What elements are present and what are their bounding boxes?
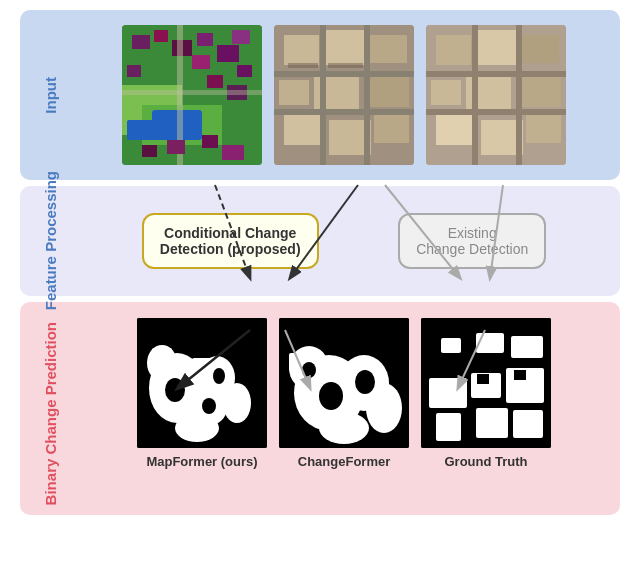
- svg-rect-85: [514, 370, 526, 380]
- mapformer-image: [137, 318, 267, 448]
- svg-rect-75: [429, 378, 467, 408]
- svg-rect-19: [167, 140, 185, 154]
- input-row: Input: [20, 10, 620, 180]
- svg-rect-59: [152, 348, 172, 363]
- svg-point-63: [213, 368, 225, 384]
- existing-line1: Existing: [416, 225, 528, 241]
- svg-point-62: [202, 398, 216, 414]
- svg-rect-12: [207, 75, 223, 88]
- conditional-line2: Detection (proposed): [160, 241, 301, 257]
- binary-content: MapFormer (ours): [82, 312, 606, 469]
- groundtruth-label: Ground Truth: [444, 454, 527, 469]
- svg-rect-14: [192, 55, 210, 69]
- pred-item-groundtruth: Ground Truth: [421, 318, 551, 469]
- feature-processing-row: Feature Processing Conditional Change De…: [20, 186, 620, 296]
- svg-rect-21: [222, 145, 244, 160]
- svg-rect-26: [279, 80, 309, 105]
- svg-rect-51: [516, 25, 522, 165]
- svg-rect-44: [516, 75, 561, 107]
- svg-rect-5: [132, 35, 150, 49]
- svg-rect-82: [476, 333, 504, 353]
- svg-point-57: [175, 414, 219, 442]
- svg-rect-35: [364, 25, 370, 165]
- svg-rect-23: [284, 35, 319, 65]
- satellite-image-1: [274, 25, 414, 165]
- svg-rect-4: [127, 120, 157, 140]
- svg-rect-20: [202, 135, 218, 148]
- mapformer-label: MapFormer (ours): [146, 454, 257, 469]
- svg-rect-49: [426, 109, 566, 115]
- svg-rect-33: [274, 109, 414, 115]
- pred-item-mapformer: MapFormer (ours): [137, 318, 267, 469]
- svg-rect-31: [374, 113, 409, 143]
- feature-content: Conditional Change Detection (proposed) …: [82, 213, 606, 269]
- svg-rect-11: [127, 65, 141, 77]
- svg-rect-78: [436, 413, 461, 441]
- svg-point-61: [165, 378, 185, 402]
- groundtruth-image: [421, 318, 551, 448]
- svg-rect-34: [320, 25, 326, 165]
- svg-point-71: [319, 382, 343, 410]
- svg-rect-81: [441, 338, 461, 353]
- svg-rect-45: [436, 115, 474, 145]
- svg-rect-25: [369, 35, 407, 63]
- svg-rect-18: [142, 145, 157, 157]
- svg-point-73: [302, 362, 316, 378]
- svg-rect-24: [324, 30, 364, 65]
- svg-rect-6: [154, 30, 168, 42]
- svg-rect-40: [476, 30, 516, 65]
- svg-rect-79: [476, 408, 508, 438]
- svg-rect-17: [122, 90, 262, 95]
- svg-rect-50: [472, 25, 478, 165]
- svg-rect-9: [217, 45, 239, 62]
- svg-point-58: [223, 383, 251, 423]
- feature-label: Feature Processing: [42, 171, 59, 310]
- svg-rect-84: [477, 374, 489, 384]
- svg-point-72: [355, 370, 375, 394]
- svg-rect-48: [426, 71, 566, 77]
- svg-rect-29: [284, 115, 322, 145]
- svg-rect-39: [436, 35, 471, 65]
- svg-rect-36: [288, 63, 318, 68]
- conditional-detection-box: Conditional Change Detection (proposed): [142, 213, 319, 269]
- input-images: [82, 25, 606, 165]
- svg-rect-41: [521, 35, 559, 63]
- svg-rect-8: [197, 33, 213, 46]
- binary-label: Binary Change Prediction: [42, 322, 59, 505]
- pred-item-changeformer: ChangeFormer: [279, 318, 409, 469]
- changeformer-image: [279, 318, 409, 448]
- conditional-line1: Conditional Change: [160, 225, 301, 241]
- svg-rect-80: [513, 410, 543, 438]
- changeformer-label: ChangeFormer: [298, 454, 390, 469]
- satellite-image-2: [426, 25, 566, 165]
- existing-line2: Change Detection: [416, 241, 528, 257]
- svg-point-68: [319, 412, 369, 444]
- svg-rect-42: [431, 80, 461, 105]
- svg-rect-32: [274, 71, 414, 77]
- svg-rect-47: [526, 113, 561, 143]
- segmentation-map-image: [122, 25, 262, 165]
- existing-detection-box: Existing Change Detection: [398, 213, 546, 269]
- svg-rect-15: [237, 65, 252, 77]
- svg-rect-28: [364, 75, 409, 107]
- svg-rect-83: [511, 336, 543, 358]
- svg-rect-37: [328, 63, 363, 68]
- input-label: Input: [42, 77, 59, 114]
- svg-rect-10: [232, 30, 250, 44]
- binary-prediction-row: Binary Change Prediction: [20, 302, 620, 515]
